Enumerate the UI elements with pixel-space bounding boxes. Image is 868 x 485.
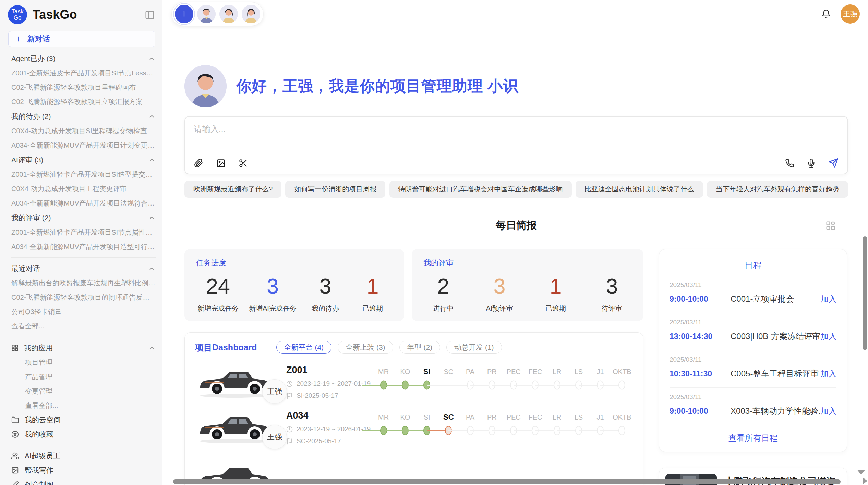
sidebar-item-favorites[interactable]: 我的收藏	[11, 427, 156, 442]
milestone-dot	[618, 426, 625, 435]
milestone-label: FEC	[525, 366, 546, 377]
milestone-label: MR	[373, 412, 394, 423]
sidebar-section-ai-review[interactable]: AI评审 (3)	[11, 152, 156, 167]
agent-avatar[interactable]	[197, 5, 216, 23]
sidebar-section-my-review[interactable]: 我的评审 (2)	[11, 210, 156, 225]
sidebar-item[interactable]: Z001-全新燃油皮卡产品开发项目SI节点Lesson Learn报告	[11, 66, 156, 80]
sidebar-item[interactable]: A034-全新新能源MUV产品开发项目法规符合性评审	[11, 196, 156, 210]
divider	[11, 445, 156, 445]
milestone-label: LR	[546, 412, 568, 423]
stat-label: 新增AI完成任务	[249, 304, 297, 313]
stat-label: 新增完成任务	[197, 304, 239, 313]
sidebar-item[interactable]: Z001-全新燃油轻卡产品开发项目SI造型提交物评审	[11, 167, 156, 182]
user-avatar[interactable]: 王强	[841, 4, 860, 24]
bell-icon[interactable]	[821, 9, 831, 19]
schedule-time: 9:00-10:00	[670, 295, 731, 304]
tab-all-new-platform[interactable]: 全新平台 (4)	[276, 341, 332, 354]
project-row[interactable]: 王强 A034 2023-12-19 ~ 2026-01-19 SC-2025-…	[195, 410, 633, 445]
schedule-item: 2025/03/11 13:00-14:30 C003|H0B-方案冻结评审 加…	[670, 313, 836, 350]
sidebar-section-agent-done[interactable]: Agent已办 (3)	[11, 51, 156, 66]
scroll-down-arrow[interactable]	[857, 470, 865, 475]
join-link[interactable]: 加入	[821, 294, 836, 304]
suggestion-chip[interactable]: 如何写一份清晰的项目周报	[285, 181, 385, 198]
sidebar-item[interactable]: A034-全新新能源MUV产品开发项目造型可行性评审	[11, 239, 156, 254]
tab-all-new-body[interactable]: 全新上装 (3)	[338, 341, 393, 354]
project-node: SI-2025-05-17	[297, 392, 338, 399]
milestone-label: LS	[568, 412, 589, 423]
sidebar-item-label: 帮我写作	[25, 465, 53, 475]
scissors-icon[interactable]	[239, 159, 248, 168]
sidebar-item[interactable]: C02-飞腾新能源轻客改款项目立项汇报方案	[11, 95, 156, 109]
stat-item: 3 待评审	[593, 274, 630, 313]
view-all-chats-link[interactable]: 查看全部...	[11, 319, 156, 333]
app-item-product-mgmt[interactable]: 产品管理	[11, 370, 156, 384]
milestone-label: SI	[416, 412, 438, 423]
sidebar-item-ai-super-staff[interactable]: AI超级员工	[11, 449, 156, 463]
recent-chat-item[interactable]: 解释最新出台的欧盟报废车法规再生塑料比例被调至15%...	[11, 276, 156, 290]
pen-icon	[11, 481, 19, 485]
daily-briefing-title: 每日简报	[496, 219, 537, 233]
suggestion-chip[interactable]: 欧洲新规最近颁布了什么?	[184, 181, 281, 198]
send-icon[interactable]	[828, 158, 839, 168]
image-upload-icon[interactable]	[216, 159, 226, 168]
sidebar-item[interactable]: Z001-全新燃油轻卡产品开发项目SI节点属性5D文件评审	[11, 225, 156, 239]
sidebar-item[interactable]: C02-飞腾新能源轻客改款项目里程碑画布	[11, 80, 156, 95]
logo-text-top: Task	[12, 9, 24, 15]
recent-chat-item[interactable]: 公司Q3轻卡销量	[11, 304, 156, 319]
app-item-project-mgmt[interactable]: 项目管理	[11, 355, 156, 370]
recent-chat-item[interactable]: C02-飞腾新能源轻客改款项目的闭环通告反馈情况	[11, 290, 156, 304]
milestone-label: PR	[481, 412, 503, 423]
stats-row: 任务进度 24 新增完成任务 3 新增AI完成任务 3	[184, 249, 643, 321]
add-agent-button[interactable]	[175, 5, 193, 23]
layout-grid-icon[interactable]	[825, 221, 836, 231]
sidebar-item-label: 创意制图	[25, 480, 53, 485]
join-link[interactable]: 加入	[821, 369, 836, 379]
assistant-avatar	[184, 65, 227, 107]
project-row[interactable]: 王强 Z001 2023-12-19 ~ 2027-01-19 SI-2025-…	[195, 364, 633, 399]
sidebar-item[interactable]: C0X4-动力总成开发项目工程变更评审	[11, 182, 156, 196]
sidebar-item[interactable]: A034-全新新能源MUV产品开发项目计划变更表编写	[11, 138, 156, 152]
join-link[interactable]: 加入	[821, 331, 836, 342]
app-item-change-mgmt[interactable]: 变更管理	[11, 384, 156, 398]
sidebar-section-recent-chats[interactable]: 最近对话	[11, 261, 156, 276]
project-dates: 2023-12-19 ~ 2026-01-19	[297, 425, 371, 433]
schedule-item: 2025/03/11 9:00-10:00 X003-车辆动力学性能验... 加…	[670, 388, 836, 425]
agent-avatar[interactable]	[219, 5, 238, 23]
milestone-label: SC	[438, 412, 459, 423]
sidebar-item[interactable]: C0X4-动力总成开发项目SI里程碑提交物检查	[11, 124, 156, 138]
divider	[11, 257, 156, 258]
phone-icon[interactable]	[785, 159, 794, 168]
plus-icon	[15, 35, 22, 43]
tab-model-year[interactable]: 年型 (2)	[399, 341, 441, 354]
tab-powertrain-dev[interactable]: 动总开发 (1)	[446, 341, 502, 354]
vertical-scrollbar-thumb[interactable]	[863, 236, 867, 350]
stat-item: 24 新增完成任务	[197, 274, 239, 313]
join-link[interactable]: 加入	[821, 406, 836, 416]
horizontal-scrollbar-thumb[interactable]	[173, 479, 841, 484]
chat-input[interactable]	[194, 124, 839, 152]
top-bar: 王强	[171, 2, 860, 26]
sidebar-item-help-me-write[interactable]: 帮我写作	[11, 463, 156, 477]
scroll-right-arrow[interactable]	[863, 477, 867, 484]
app-logo: Task Go	[8, 5, 27, 24]
suggestion-chip[interactable]: 特朗普可能对进口汽车增税会对中国车企造成哪些影响	[389, 181, 572, 198]
milestone-label: J1	[590, 412, 611, 423]
view-all-apps-link[interactable]: 查看全部...	[11, 398, 156, 413]
view-all-schedule-link[interactable]: 查看所有日程	[670, 425, 836, 447]
stat-value: 3	[307, 274, 344, 298]
sidebar-section-my-todo[interactable]: 我的待办 (2)	[11, 109, 156, 124]
new-chat-label: 新对话	[27, 34, 50, 44]
microphone-icon[interactable]	[807, 159, 816, 168]
sidebar-item-creative-drawing[interactable]: 创意制图	[11, 477, 156, 485]
stat-value: 3	[249, 274, 297, 298]
suggestion-chip[interactable]: 当下年轻人对汽车外观有怎样的喜好趋势	[707, 181, 848, 198]
chevron-up-icon	[148, 214, 156, 222]
agent-avatar[interactable]	[242, 5, 260, 23]
collapse-sidebar-icon[interactable]	[145, 10, 155, 20]
suggestion-chip[interactable]: 比亚迪全固态电池计划具体说了什么	[576, 181, 703, 198]
attachment-icon[interactable]	[194, 159, 203, 168]
sidebar-section-my-apps[interactable]: 我的应用	[11, 340, 156, 355]
new-chat-button[interactable]: 新对话	[8, 31, 155, 47]
milestone-label: SC	[438, 366, 459, 377]
sidebar-item-cloud-space[interactable]: 我的云空间	[11, 413, 156, 427]
